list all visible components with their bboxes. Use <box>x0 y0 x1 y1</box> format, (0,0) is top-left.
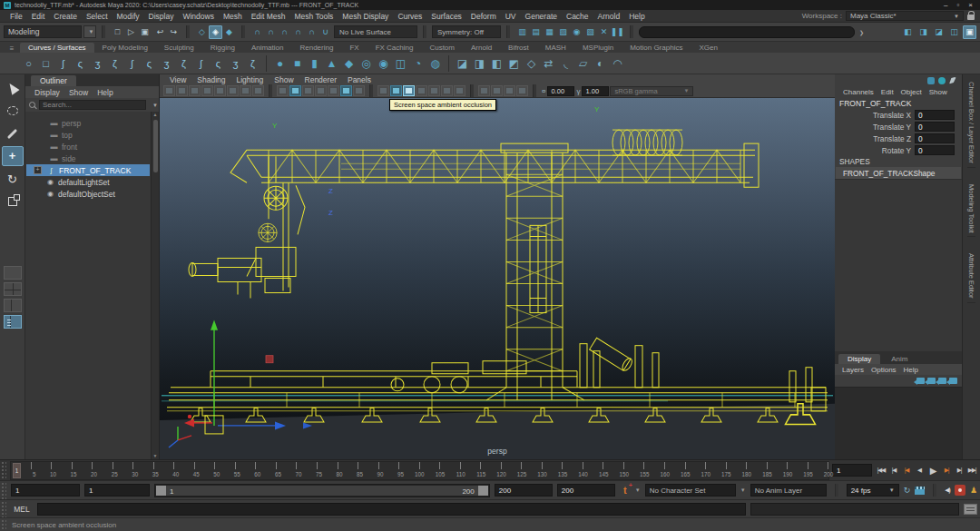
multi-cut-icon[interactable]: ◟ <box>557 54 574 72</box>
ep-curve-icon[interactable]: ʃ <box>54 54 72 72</box>
2d-pan-zoom-icon[interactable] <box>240 85 251 96</box>
camera-lock-icon[interactable] <box>189 85 201 96</box>
camera-select-icon[interactable] <box>176 85 188 96</box>
step-back-frame-button[interactable]: |◀ <box>887 463 900 477</box>
scroll-down-icon[interactable]: ▼ <box>153 453 158 459</box>
two-pane-layout-button[interactable] <box>4 299 22 312</box>
select-component-icon[interactable]: ◆ <box>222 25 236 39</box>
script-editor-icon[interactable] <box>964 504 977 515</box>
layer-editor-tab[interactable]: Display <box>838 354 880 364</box>
channel-display-icon[interactable] <box>927 77 935 84</box>
shelf-tab[interactable]: Curves / Surfaces <box>20 43 94 53</box>
menu-item[interactable]: Deform <box>466 12 501 21</box>
snap-point-icon[interactable]: ∩ <box>278 25 291 39</box>
menu-item[interactable]: Edit Mesh <box>247 12 290 21</box>
nurbs-circle-icon[interactable]: ○ <box>20 54 37 72</box>
expand-arrow-icon[interactable]: ❯ <box>859 29 864 35</box>
shelf-tab[interactable]: Rendering <box>291 43 341 53</box>
mirror-icon[interactable]: ◐ <box>592 54 609 72</box>
new-layer-from-selected-icon[interactable] <box>927 378 936 384</box>
go-to-start-button[interactable]: |◀◀ <box>875 463 887 477</box>
ipr-render-icon[interactable]: ▦ <box>543 25 556 39</box>
layer-editor-menu-item[interactable]: Layers <box>838 366 867 374</box>
channel-row[interactable]: Translate Y 0 <box>835 121 962 133</box>
edit-curve-icon[interactable]: ʃ <box>123 54 141 72</box>
hypershade-icon[interactable]: ◉ <box>570 25 583 39</box>
render-current-frame-icon[interactable]: ▤ <box>529 25 543 39</box>
poly-helix-icon[interactable]: ◔ <box>409 54 426 72</box>
shelf-tab[interactable]: Custom <box>421 43 463 53</box>
select-object-icon[interactable]: ◈ <box>209 25 222 39</box>
range-slider[interactable]: 1 200 <box>154 484 490 497</box>
current-time-marker[interactable]: 1 <box>13 463 21 478</box>
outliner-menu-item[interactable]: Display <box>31 88 64 97</box>
modeling-toolkit-toggle-icon[interactable]: ◧ <box>901 25 915 39</box>
offset-curve-icon[interactable]: ʒ <box>227 54 244 72</box>
layer-editor-menu-item[interactable]: Options <box>867 366 900 374</box>
multisample-aa-icon[interactable] <box>428 85 440 96</box>
channel-row[interactable]: Translate X 0 <box>835 109 962 121</box>
scrollbar-thumb[interactable] <box>153 120 158 172</box>
gate-mask-icon[interactable] <box>516 85 528 96</box>
separate-icon[interactable]: ◧ <box>488 54 505 72</box>
rotate-tool[interactable]: ↻ <box>2 169 24 189</box>
viewport-menu-item[interactable]: Panels <box>343 75 376 84</box>
poly-plane-icon[interactable]: ◆ <box>340 54 358 72</box>
shelf-tab[interactable]: MSPlugin <box>574 43 622 53</box>
auto-keyframe-icon[interactable] <box>955 485 965 496</box>
outliner-item[interactable]: ʃ FRONT_OF_TRACK <box>26 164 150 176</box>
attach-curves-icon[interactable]: ʒ <box>158 54 175 72</box>
anim-layer-field[interactable]: No Anim Layer <box>750 484 827 497</box>
combine-icon[interactable]: ◨ <box>471 54 488 72</box>
character-set-field[interactable]: No Character Set <box>645 484 736 497</box>
use-default-material-icon[interactable] <box>328 85 339 96</box>
command-input[interactable] <box>37 503 746 516</box>
quad-draw-icon[interactable]: ▱ <box>574 54 592 72</box>
shelf-tab[interactable]: Poly Modeling <box>94 43 156 53</box>
snap-plane-icon[interactable]: ∩ <box>291 25 305 39</box>
go-to-end-button[interactable]: ▶▶| <box>965 463 978 477</box>
playback-start-field[interactable]: 1 <box>84 484 150 497</box>
new-scene-icon[interactable]: □ <box>111 25 124 39</box>
textured-mode-icon[interactable] <box>315 85 327 96</box>
audio-icon[interactable]: ◀) <box>945 487 950 494</box>
layer-list-area[interactable] <box>835 387 962 459</box>
menu-item[interactable]: Curves <box>393 12 426 21</box>
viewport-menu-item[interactable]: Lighting <box>231 75 268 84</box>
gamma-icon[interactable]: γ <box>576 87 580 95</box>
bridge-icon[interactable]: ⇄ <box>540 54 557 72</box>
open-scene-icon[interactable]: ▷ <box>124 25 138 39</box>
channel-box-menu-item[interactable]: Channels <box>839 88 877 96</box>
shelf-tab[interactable]: Arnold <box>463 43 500 53</box>
lock-icon[interactable] <box>967 15 975 20</box>
range-start-handle[interactable] <box>156 486 166 496</box>
menu-item[interactable]: UV <box>501 12 521 21</box>
minimize-button[interactable]: – <box>944 2 947 9</box>
outliner-item[interactable]: ▬ persp <box>26 117 150 129</box>
paint-selection-tool[interactable] <box>2 123 24 143</box>
time-slider[interactable]: 1 51015202530354045505560657075808590951… <box>10 461 829 480</box>
technodolly-model[interactable] <box>167 130 828 424</box>
sidebar-tab[interactable]: Channel Box / Layer Editor <box>967 78 975 168</box>
image-plane-icon[interactable] <box>227 85 239 96</box>
range-end-handle[interactable] <box>478 486 488 496</box>
channel-settings-icon[interactable] <box>938 77 946 84</box>
shelf-tab[interactable]: FX Caching <box>368 43 422 53</box>
shape-node-row[interactable]: FRONT_OF_TRACKShape <box>836 167 961 179</box>
snap-curve-icon[interactable]: ∩ <box>264 25 278 39</box>
outliner-item[interactable]: ◉ defaultLightSet <box>26 176 150 188</box>
snap-view-plane-icon[interactable]: ∩ <box>305 25 318 39</box>
wireframe-scene[interactable]: Y Y Z Z <box>160 98 835 459</box>
play-backwards-button[interactable]: ◀ <box>913 463 926 477</box>
close-button[interactable]: × <box>968 2 973 9</box>
channel-row[interactable]: Translate Z 0 <box>835 133 962 144</box>
boolean-icon[interactable]: ◪ <box>454 54 471 72</box>
menu-item[interactable]: Mesh <box>219 12 247 21</box>
pause-viewport-icon[interactable]: ❚❚ <box>611 25 624 39</box>
menu-item[interactable]: Arnold <box>593 12 625 21</box>
outliner-tab[interactable]: Outliner <box>31 75 76 86</box>
move-layer-down-icon[interactable] <box>949 378 957 384</box>
grease-pencil-icon[interactable] <box>252 85 264 96</box>
outliner-search-input[interactable] <box>39 100 146 110</box>
symmetry-field[interactable]: Symmetry: Off <box>432 25 501 38</box>
